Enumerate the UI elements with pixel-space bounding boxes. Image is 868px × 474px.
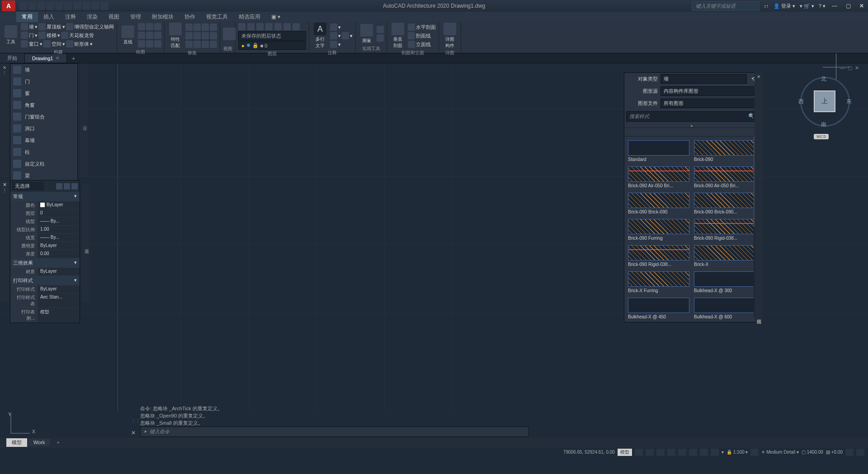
help-icon[interactable]: ? ▾ [819, 3, 826, 9]
grid-toggle-icon[interactable] [635, 449, 643, 456]
window-button[interactable]: 窗口 [29, 41, 39, 47]
style-item[interactable]: Brick-090 Air-050 Bri... [628, 166, 689, 188]
style-item[interactable]: Bulkhead-X @ 300 [694, 271, 755, 293]
prop-linetype-value[interactable]: —— By... [38, 218, 80, 226]
maximize-button[interactable]: ▢ [844, 2, 853, 9]
palette-close-icon[interactable]: ✕ [3, 65, 6, 70]
erase-icon[interactable] [210, 41, 217, 48]
tab-featured[interactable]: 精选应用 [233, 12, 266, 22]
point-icon[interactable] [154, 40, 161, 47]
arc-icon[interactable] [146, 23, 153, 30]
scale-icon[interactable] [210, 24, 217, 31]
style-item[interactable]: Brick-090 Rigid-038... [694, 219, 755, 241]
coords-readout[interactable]: 79006.65, 52924.61, 0.00 [563, 450, 615, 455]
stair-icon[interactable] [38, 32, 46, 39]
tab-addins[interactable]: 附加模块 [146, 12, 179, 22]
style-item[interactable]: Standard [628, 140, 689, 162]
rotate-icon[interactable] [185, 32, 193, 39]
elevation-readout[interactable]: ▤ +0.00 [826, 450, 843, 455]
line-button[interactable]: 直线 [120, 23, 136, 48]
tab-collaborate[interactable]: 协作 [179, 12, 201, 22]
osnap-toggle-icon[interactable] [678, 449, 686, 456]
prop-color-value[interactable]: ByLayer [38, 201, 80, 209]
extend-icon[interactable] [210, 32, 217, 39]
annoscale-button[interactable]: 🔒 1:100 ▾ [726, 450, 748, 455]
login-button[interactable]: 👤 登录 ▾ [774, 3, 795, 9]
status-gear-icon[interactable] [750, 449, 759, 456]
wcs-button[interactable]: WCS [814, 134, 829, 139]
palette-close-icon[interactable]: ✕ [757, 74, 760, 79]
drawing-file-combo[interactable]: 所有图形 [660, 99, 757, 108]
matchprop-button[interactable]: 特性 匹配 [167, 23, 184, 49]
mirror-icon[interactable] [193, 32, 201, 39]
box-button[interactable]: 矩形体 [74, 41, 89, 47]
cutplane-readout[interactable]: ▢ 1400.00 [802, 450, 823, 455]
palette-grip-icon[interactable]: ⋮ [2, 70, 7, 75]
sectionline-icon[interactable] [408, 32, 415, 39]
tab-view[interactable]: 视图 [103, 12, 125, 22]
prop-material-value[interactable]: ByLayer [38, 268, 80, 276]
style-item[interactable]: Brick-X [694, 245, 755, 267]
vp-close-icon[interactable]: ✕ [855, 65, 859, 71]
prop-plotstyle-value[interactable]: ByLayer [38, 285, 80, 294]
hatch-icon[interactable] [138, 40, 145, 47]
palette-item-assembly[interactable]: 门窗组合 [10, 111, 77, 123]
layer-ico2[interactable] [247, 23, 255, 30]
app-menu-button[interactable]: A [2, 0, 15, 11]
props-selection-combo[interactable]: 无选择 [12, 182, 44, 190]
fillet-icon[interactable] [185, 41, 193, 48]
new-tab-button[interactable]: + [67, 53, 80, 63]
print-icon[interactable] [64, 2, 72, 10]
palette-item-corner-window[interactable]: 角窗 [10, 99, 77, 111]
tab-manage[interactable]: 管理 [125, 12, 146, 22]
style-item[interactable]: Brick-090 Brick-090... [694, 193, 755, 214]
mtext-button[interactable]: A 多行 文字 [312, 23, 328, 49]
trim-icon[interactable] [202, 32, 209, 39]
style-item[interactable]: Bulkhead-X @ 600 [694, 298, 755, 319]
ellipse-icon[interactable] [154, 32, 161, 39]
layer-ico1[interactable] [238, 23, 245, 30]
minimize-button[interactable]: — [830, 2, 839, 9]
grid-icon[interactable] [66, 23, 73, 30]
prop-plotattach-value[interactable]: 模型 [38, 308, 80, 322]
command-input[interactable]: ▸ 键入命令 [140, 427, 529, 437]
prop-ltscale-value[interactable]: 1.00 [38, 226, 80, 234]
palette-close-icon[interactable]: ✕ [3, 182, 7, 188]
drawing-canvas[interactable]: ✕⋮ 墙 门 窗 角窗 门窗组合 洞口 幕墙 柱 自定义柱 梁 设 ✕⋮ 无选择… [0, 63, 868, 412]
lwt-toggle-icon[interactable] [711, 449, 719, 456]
props-tabs[interactable]: 显示 [81, 185, 90, 302]
model-tab[interactable]: 模型 [6, 438, 27, 447]
object-type-combo[interactable]: 墙 [660, 74, 747, 84]
tab-collapse-icon[interactable]: ▣ ▾ [266, 12, 286, 21]
window-icon[interactable] [21, 40, 28, 47]
ortho-toggle-icon[interactable] [656, 449, 665, 456]
elevation-button[interactable]: 立面线 [416, 41, 431, 48]
style-palette-handle[interactable]: ✕ 样式浏览器 [755, 72, 763, 320]
redo-icon[interactable] [82, 2, 90, 10]
tab-annotate[interactable]: 注释 [60, 12, 81, 22]
work-layout-tab[interactable]: Work [28, 439, 50, 446]
prop-transparency-value[interactable]: ByLayer [38, 242, 80, 250]
polyline-icon[interactable] [138, 32, 145, 39]
viewcube-face[interactable]: 上 [814, 90, 835, 112]
style-item[interactable]: Brick-090 Air-050 Bri... [694, 166, 755, 188]
roof-icon[interactable] [38, 23, 46, 30]
saveas-icon[interactable] [46, 2, 54, 10]
close-button[interactable]: ✕ [857, 2, 866, 9]
share-icon[interactable] [91, 2, 99, 10]
props-qselect-icon[interactable] [56, 183, 62, 190]
style-item[interactable]: Brick-090 Rigid-038... [628, 245, 689, 267]
ceiling-icon[interactable] [61, 32, 68, 39]
snap-toggle-icon[interactable] [646, 449, 654, 456]
tab-insert[interactable]: 插入 [38, 12, 60, 22]
stretch-icon[interactable] [202, 24, 209, 31]
stair-button[interactable]: 楼梯 [47, 32, 57, 39]
props-handle[interactable]: ✕⋮ [0, 180, 9, 302]
wall-button[interactable]: 墙 [29, 24, 34, 30]
custom-grid-button[interactable]: 增强型自定义轴网 [74, 24, 114, 30]
status-menu-icon[interactable] [856, 449, 864, 456]
rect-icon[interactable] [146, 32, 153, 39]
props-group-general[interactable]: 常规▾ [10, 192, 80, 201]
exchange-icon[interactable]: ▾ 🛒 ▾ [800, 3, 814, 9]
palette-grip-icon[interactable]: ⋮ [2, 188, 7, 194]
